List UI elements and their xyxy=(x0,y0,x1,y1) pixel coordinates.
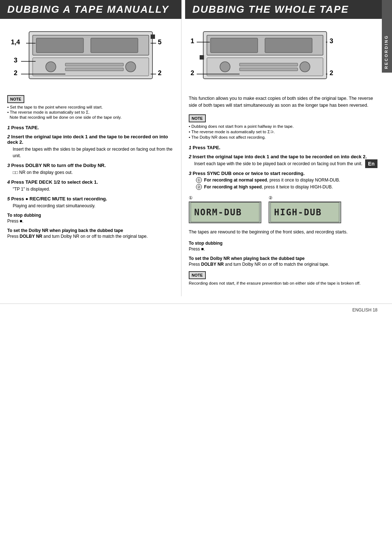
left-step-4-body: "TP 1" is displayed. xyxy=(13,186,174,192)
left-step-1: 1 Press TAPE. xyxy=(7,125,174,130)
left-step-5-body: Playing and recording start simultaneous… xyxy=(13,203,174,209)
high-dub-display: HIGH-DUB xyxy=(269,201,341,223)
left-note-item-1: • Set the tape to the point where record… xyxy=(7,105,174,109)
content-area: 1,4 3 2 5 2 NOTE • Set the ta xyxy=(0,19,392,296)
right-stop-text: Press ■. xyxy=(189,247,377,252)
svg-text:2: 2 xyxy=(330,69,333,77)
side-tab-recording: RECORDING xyxy=(382,0,392,73)
svg-rect-37 xyxy=(200,55,204,60)
svg-rect-19 xyxy=(151,34,155,39)
right-step-3-sub1: ① For recording at normal speed, press i… xyxy=(196,177,377,183)
footer: ENGLISH 18 xyxy=(0,303,392,316)
right-dolby-text: Press DOLBY NR and turn Dolby NR on or o… xyxy=(189,262,377,267)
left-dolby-text: Press DOLBY NR and turn Dolby NR on or o… xyxy=(7,234,174,239)
left-step-3-body: □□ NR on the display goes out. xyxy=(13,169,174,176)
left-stop-dubbing: To stop dubbing Press ■. xyxy=(7,213,174,224)
svg-rect-8 xyxy=(65,68,123,71)
right-column: 1 3 2 2 This function allows you to make… xyxy=(181,19,392,296)
left-stop-title: To stop dubbing xyxy=(7,213,174,218)
svg-text:1: 1 xyxy=(191,37,194,45)
right-note1-label: NOTE xyxy=(189,114,206,122)
left-step-2-body: Insert the tapes with the sides to be pl… xyxy=(13,146,174,159)
right-dolby-note: To set the Dolby NR when playing back th… xyxy=(189,256,377,267)
header-row: DUBBING A TAPE MANUALLY DUBBING THE WHOL… xyxy=(0,0,392,19)
right-step-1: 1 Press TAPE. xyxy=(189,145,377,150)
svg-rect-22 xyxy=(211,38,258,53)
right-note2-label: NOTE xyxy=(189,271,206,279)
right-step-3: 3 Press SYNC DUB once or twice to start … xyxy=(189,171,377,190)
svg-point-25 xyxy=(220,62,230,72)
svg-rect-27 xyxy=(240,63,298,66)
en-badge: En xyxy=(365,159,377,168)
left-step-4: 4 Press TAPE DECK 1/2 to select deck 1. … xyxy=(7,179,174,192)
left-step-2: 2 Insert the original tape into deck 1 a… xyxy=(7,134,174,159)
right-tapes-text: The tapes are rewound to the beginning o… xyxy=(189,229,377,236)
left-header-title: DUBBING A TAPE MANUALLY xyxy=(0,0,181,19)
right-note2-section: NOTE Recording does not start, if the er… xyxy=(189,271,377,285)
left-step-3: 3 Press DOLBY NR to turn off the Dolby N… xyxy=(7,163,174,176)
right-dolby-title: To set the Dolby NR when playing back th… xyxy=(189,256,377,261)
svg-text:2: 2 xyxy=(14,69,17,77)
right-note1-section: NOTE • Dubbing does not start from a poi… xyxy=(189,114,377,139)
right-step-3-sub2: ② For recording at high speed, press it … xyxy=(196,184,377,190)
right-stop-title: To stop dubbing xyxy=(189,241,377,246)
left-note-item-3: Note that recording will be done on one … xyxy=(7,115,174,119)
left-step-5: 5 Press ● REC/REC MUTE to start recordin… xyxy=(7,196,174,209)
svg-text:5: 5 xyxy=(158,38,162,46)
right-diagram: 1 3 2 2 xyxy=(189,24,377,90)
svg-rect-2 xyxy=(36,38,83,53)
right-note1-item-1: • Dubbing does not start from a point ha… xyxy=(189,124,377,129)
right-note1-item-2: • The reverse mode is automatically set … xyxy=(189,129,377,134)
right-stop-dubbing: To stop dubbing Press ■. xyxy=(189,241,377,252)
right-note2-text: Recording does not start, if the erasure… xyxy=(189,281,377,285)
svg-text:1,4: 1,4 xyxy=(11,38,20,46)
svg-text:3: 3 xyxy=(14,57,17,64)
right-header-title: DUBBING THE WHOLE TAPE xyxy=(185,0,392,19)
left-diagram: 1,4 3 2 5 2 xyxy=(7,24,174,90)
svg-text:2: 2 xyxy=(191,69,194,77)
footer-text: ENGLISH 18 xyxy=(352,307,377,313)
svg-rect-28 xyxy=(240,68,298,71)
svg-point-26 xyxy=(300,62,310,72)
left-note-section: NOTE • Set the tape to the point where r… xyxy=(7,95,174,119)
left-dolby-title: To set the Dolby NR when playing back th… xyxy=(7,228,174,233)
right-step-2-body: Insert each tape with the side to be pla… xyxy=(194,160,377,167)
svg-rect-23 xyxy=(265,38,312,53)
svg-point-6 xyxy=(126,62,136,72)
svg-text:HIGH-DUB: HIGH-DUB xyxy=(274,207,322,217)
display-row: ① NORM-DUB ② HIGH-DUB xyxy=(189,195,377,223)
left-note-label: NOTE xyxy=(7,95,24,103)
left-stop-text: Press ■. xyxy=(7,219,174,224)
svg-rect-7 xyxy=(65,63,123,66)
svg-text:3: 3 xyxy=(330,37,333,45)
right-note1-item-3: • The Dolby NR does not affect recording… xyxy=(189,135,377,139)
left-note-item-2: • The reverse mode is automatically set … xyxy=(7,110,174,114)
svg-rect-3 xyxy=(91,38,138,53)
svg-point-5 xyxy=(46,62,56,72)
svg-text:2: 2 xyxy=(158,69,162,77)
right-intro: This function allows you to make exact c… xyxy=(189,95,377,109)
left-dolby-note: To set the Dolby NR when playing back th… xyxy=(7,228,174,239)
norm-dub-display: NORM-DUB xyxy=(189,201,261,223)
svg-text:NORM-DUB: NORM-DUB xyxy=(194,207,242,217)
left-column: 1,4 3 2 5 2 NOTE • Set the ta xyxy=(0,19,181,296)
right-step-2: 2 Insert the original tape into deck 1 a… xyxy=(189,154,377,167)
